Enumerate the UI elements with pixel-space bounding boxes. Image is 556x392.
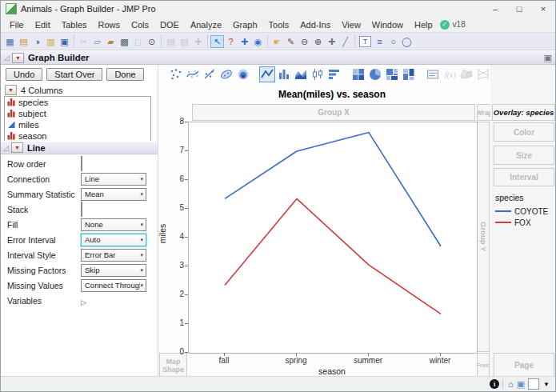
save-icon[interactable]: ▣ xyxy=(58,35,71,48)
dropdown-arrow-icon[interactable]: ▼ xyxy=(543,381,550,388)
missing-values-select[interactable]: Connect Through▾ xyxy=(81,279,146,292)
menu-view[interactable]: View xyxy=(336,18,366,31)
legend-entry-coyote[interactable]: COYOTE xyxy=(495,206,556,217)
script-window-icon[interactable]: ▩ xyxy=(118,35,131,48)
drop-zone-map-shape[interactable]: Map Shape xyxy=(159,353,187,378)
palette-contour-icon[interactable] xyxy=(235,66,251,82)
drop-zone-group-x[interactable]: Group X xyxy=(192,104,475,121)
prop-row-missing-factors: Missing FactorsSkip▾ xyxy=(1,262,158,278)
plot-frame[interactable] xyxy=(188,122,478,354)
palette-pie-icon[interactable] xyxy=(367,66,383,82)
globe-tool-icon[interactable]: ◉ xyxy=(251,35,265,48)
column-item-season[interactable]: season xyxy=(5,130,150,142)
drop-zone-overlay[interactable]: Overlay: species xyxy=(492,104,555,121)
palette-treemap-icon[interactable] xyxy=(384,66,400,82)
palette-line-icon[interactable] xyxy=(259,66,275,82)
menu-cols[interactable]: Cols xyxy=(126,18,154,31)
prop-row-interval-style: Interval StyleError Bar▾ xyxy=(1,247,158,262)
line-collapse-triangle-icon[interactable]: ◿ xyxy=(3,144,9,152)
home-icon[interactable]: ⌂ xyxy=(508,379,514,389)
column-item-species[interactable]: species xyxy=(5,97,150,108)
new-data-table-icon[interactable]: ▦ xyxy=(3,35,17,48)
grabber-tool-icon[interactable]: ☛ xyxy=(270,35,284,48)
float-window-icon[interactable]: ▣ xyxy=(544,53,552,63)
menu-add-ins[interactable]: Add-Ins xyxy=(294,18,336,31)
search-icon[interactable]: ⊙ xyxy=(145,35,158,48)
palette-smoother-icon[interactable] xyxy=(185,66,201,82)
palette-ellipse-icon[interactable] xyxy=(218,66,234,82)
menu-tables[interactable]: Tables xyxy=(56,18,93,31)
collapse-triangle-icon[interactable]: ◿ xyxy=(4,54,10,62)
stack-checkbox[interactable] xyxy=(81,202,82,217)
series-line-coyote[interactable] xyxy=(225,133,441,246)
palette-caption-box-icon[interactable] xyxy=(425,66,441,82)
palette-points-icon[interactable] xyxy=(168,66,184,82)
annotate-tool-icon[interactable]: ╱ xyxy=(338,35,352,48)
python-script-icon[interactable]: ◑ xyxy=(30,35,44,48)
new-journal-icon[interactable]: ▤ xyxy=(17,35,30,48)
palette-line-of-fit-icon[interactable] xyxy=(202,66,218,82)
row-order-checkbox[interactable] xyxy=(81,156,82,171)
line-red-triangle-icon[interactable]: ▼ xyxy=(11,142,23,153)
drop-zone-interval[interactable]: Interval xyxy=(494,168,554,186)
legend-entry-fox[interactable]: FOX xyxy=(495,217,556,228)
palette-heatmap-icon[interactable] xyxy=(350,66,366,82)
menu-rows[interactable]: Rows xyxy=(93,18,126,31)
menu-graph[interactable]: Graph xyxy=(227,18,263,31)
zoom-in-tool-icon[interactable]: ⊕ xyxy=(311,35,325,48)
drop-zone-freq[interactable]: Freq xyxy=(477,353,490,378)
start-over-button[interactable]: Start Over xyxy=(46,68,102,81)
menu-help[interactable]: Help xyxy=(409,18,438,31)
menu-file[interactable]: File xyxy=(4,18,30,31)
drop-zone-page[interactable]: Page xyxy=(494,353,554,378)
text-box-tool-icon[interactable]: T xyxy=(359,36,371,47)
open-icon[interactable]: ▥ xyxy=(44,35,58,48)
move-tool-icon[interactable]: ✚ xyxy=(238,35,251,48)
polygon-tool-icon[interactable]: ○ xyxy=(386,35,400,48)
paste-icon[interactable]: ▰ xyxy=(104,35,118,48)
y-tick-label: 1 xyxy=(171,318,184,327)
brush-tool-icon[interactable]: ✎ xyxy=(284,35,298,48)
red-triangle-menu-icon[interactable]: ▼ xyxy=(12,53,24,63)
lines-tool-icon[interactable]: ≡ xyxy=(373,35,386,48)
menu-doe[interactable]: DOE xyxy=(154,18,185,31)
maximize-button[interactable]: □ xyxy=(507,1,531,17)
minimize-button[interactable]: – xyxy=(483,1,507,17)
menu-edit[interactable]: Edit xyxy=(30,18,56,31)
column-item-miles[interactable]: miles xyxy=(5,119,150,130)
drop-zone-color[interactable]: Color xyxy=(494,122,554,142)
window-list-icon[interactable]: ▣ xyxy=(517,379,525,390)
arrow-cursor-icon[interactable]: ↖ xyxy=(210,35,224,48)
info-icon[interactable]: i xyxy=(490,379,499,389)
fill-select[interactable]: None▾ xyxy=(81,218,146,231)
menu-analyze[interactable]: Analyze xyxy=(185,18,227,31)
undo-button[interactable]: Undo xyxy=(6,68,42,81)
column-item-subject[interactable]: subject xyxy=(5,108,150,119)
drop-zone-wrap[interactable]: Wrap xyxy=(477,104,491,121)
drop-zone-group-y[interactable]: Group Y xyxy=(477,122,490,352)
color-theme-swatch[interactable] xyxy=(528,378,539,390)
done-button[interactable]: Done xyxy=(106,68,143,81)
series-line-fox[interactable] xyxy=(225,198,441,314)
palette-bar-icon[interactable] xyxy=(276,66,292,82)
menu-window[interactable]: Window xyxy=(366,18,409,31)
palette-mosaic-icon[interactable] xyxy=(401,66,417,82)
palette-area-icon[interactable] xyxy=(293,66,309,82)
error-interval-select[interactable]: Auto▾ xyxy=(81,234,146,246)
close-button[interactable]: × xyxy=(531,1,555,17)
variables-disclosure-icon[interactable]: ▷ xyxy=(81,298,86,306)
connection-select[interactable]: Line▾ xyxy=(81,173,146,186)
menu-tools[interactable]: Tools xyxy=(263,18,295,31)
columns-red-triangle-icon[interactable]: ▼ xyxy=(5,85,17,95)
palette-histogram-icon[interactable] xyxy=(326,66,342,82)
missing-factors-select[interactable]: Skip▾ xyxy=(81,264,146,277)
drop-zone-size[interactable]: Size xyxy=(494,146,554,165)
interval-style-select[interactable]: Error Bar▾ xyxy=(81,249,146,262)
crosshair-tool-icon[interactable]: ✚ xyxy=(325,35,338,48)
summary-statistic-select[interactable]: Mean▾ xyxy=(81,188,146,201)
zoom-out-tool-icon[interactable]: ⊖ xyxy=(298,35,311,48)
help-tool-icon[interactable]: ? xyxy=(224,35,238,48)
oval-tool-icon[interactable]: ◯ xyxy=(400,35,414,48)
copy-icon[interactable]: ▱ xyxy=(90,35,104,48)
palette-box-plot-icon[interactable] xyxy=(310,66,326,82)
